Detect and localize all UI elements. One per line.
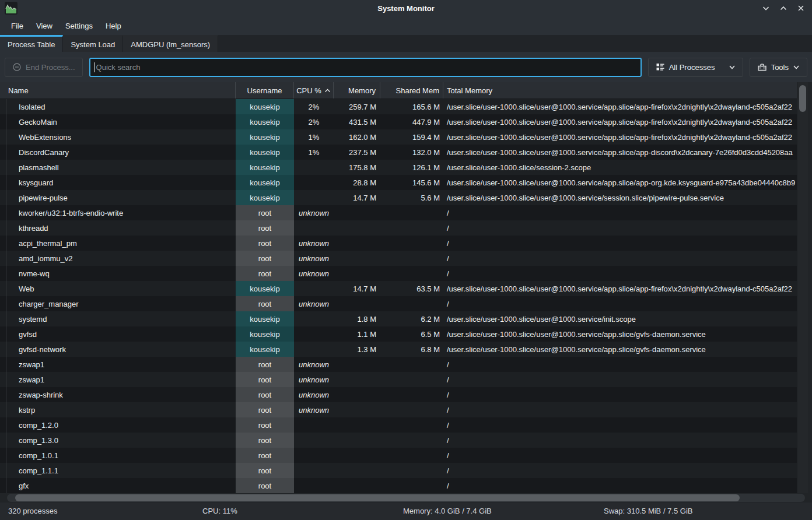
- process-row[interactable]: Web kousekip 14.7 M 63.5 M /user.slice/u…: [0, 281, 812, 296]
- process-shared-mem-cell: [380, 417, 443, 433]
- column-header-username[interactable]: Username: [236, 82, 294, 99]
- process-cpu-cell: 1%: [294, 129, 334, 145]
- process-memory-cell: [334, 357, 380, 372]
- process-row[interactable]: amd_iommu_v2 root unknown /: [0, 251, 812, 266]
- process-name-cell: ksysguard: [0, 175, 236, 190]
- process-row[interactable]: Isolated kousekip 2% 259.7 M 165.6 M /us…: [0, 99, 812, 114]
- process-row[interactable]: DiscordCanary kousekip 1% 237.5 M 132.0 …: [0, 145, 812, 160]
- process-row[interactable]: gfx root /: [0, 478, 812, 493]
- menu-item-view[interactable]: View: [30, 18, 59, 34]
- process-total-memory-cell: /: [443, 220, 812, 236]
- tree-indent-guide: [6, 99, 6, 493]
- process-memory-cell: 14.7 M: [334, 190, 380, 205]
- chevron-down-icon: [729, 64, 736, 71]
- horizontal-scrollbar-track[interactable]: [7, 494, 805, 502]
- column-header-memory[interactable]: Memory: [334, 82, 380, 99]
- process-rows: Isolated kousekip 2% 259.7 M 165.6 M /us…: [0, 99, 812, 493]
- process-shared-mem-cell: [380, 387, 443, 402]
- process-row[interactable]: comp_1.2.0 root /: [0, 417, 812, 433]
- process-name-cell: WebExtensions: [0, 129, 236, 145]
- process-username-cell: kousekip: [236, 129, 294, 145]
- process-row[interactable]: zswap-shrink root unknown /: [0, 387, 812, 402]
- process-username-cell: kousekip: [236, 190, 294, 205]
- process-total-memory-cell: /: [443, 478, 812, 493]
- process-row[interactable]: charger_manager root unknown /: [0, 296, 812, 311]
- process-filter-dropdown[interactable]: All Processes: [648, 58, 743, 77]
- close-icon[interactable]: [797, 4, 805, 12]
- process-name-cell: zswap1: [0, 357, 236, 372]
- menu-item-file[interactable]: File: [5, 18, 30, 34]
- process-cpu-cell: [294, 281, 334, 296]
- process-username-cell: root: [236, 478, 294, 493]
- column-header-shared-mem[interactable]: Shared Mem: [380, 82, 443, 99]
- process-total-memory-cell: /: [443, 417, 812, 433]
- tab-process-table[interactable]: Process Table: [0, 35, 63, 52]
- process-memory-cell: [334, 402, 380, 417]
- circle-minus-icon: [12, 62, 22, 72]
- tab-amdgpu-lm-sensors[interactable]: AMDGPU (lm_sensors): [123, 35, 218, 52]
- process-row[interactable]: comp_1.1.1 root /: [0, 463, 812, 478]
- tools-button[interactable]: Tools: [750, 58, 807, 77]
- process-username-cell: root: [236, 251, 294, 266]
- process-count: 320 processes: [8, 507, 58, 515]
- horizontal-scrollbar-thumb[interactable]: [15, 494, 740, 501]
- process-total-memory-cell: /: [443, 296, 812, 311]
- process-row[interactable]: comp_1.3.0 root /: [0, 433, 812, 448]
- process-row[interactable]: kworker/u32:1-btrfs-endio-write root unk…: [0, 205, 812, 220]
- process-cpu-cell: [294, 220, 334, 236]
- process-row[interactable]: zswap1 root unknown /: [0, 357, 812, 372]
- tools-label: Tools: [771, 63, 789, 72]
- process-username-cell: root: [236, 387, 294, 402]
- process-total-memory-cell: /user.slice/user-1000.slice/user@1000.se…: [443, 190, 812, 205]
- maximize-icon[interactable]: [779, 4, 788, 12]
- tab-system-load[interactable]: System Load: [63, 35, 123, 52]
- process-memory-cell: 14.7 M: [334, 281, 380, 296]
- process-row[interactable]: plasmashell kousekip 175.8 M 126.1 M /us…: [0, 160, 812, 175]
- process-row[interactable]: gvfsd-network kousekip 1.3 M 6.8 M /user…: [0, 342, 812, 357]
- memory-usage: Memory: 4.0 GiB / 7.4 GiB: [403, 507, 492, 515]
- process-row[interactable]: acpi_thermal_pm root unknown /: [0, 236, 812, 251]
- process-name-cell: plasmashell: [0, 160, 236, 175]
- column-header-name[interactable]: Name: [0, 82, 236, 99]
- process-shared-mem-cell: 6.8 M: [380, 342, 443, 357]
- search-input[interactable]: [89, 58, 642, 77]
- column-header-total-memory[interactable]: Total Memory: [443, 82, 812, 99]
- vertical-scrollbar[interactable]: [797, 82, 808, 493]
- column-header-cpu[interactable]: CPU %: [294, 82, 334, 99]
- process-cpu-cell: unknown: [294, 266, 334, 281]
- process-row[interactable]: kthreadd root /: [0, 220, 812, 236]
- horizontal-scrollbar[interactable]: [0, 493, 812, 503]
- process-row[interactable]: ksysguard kousekip 28.8 M 145.6 M /user.…: [0, 175, 812, 190]
- process-shared-mem-cell: [380, 220, 443, 236]
- process-name-cell: comp_1.3.0: [0, 433, 236, 448]
- process-row[interactable]: nvme-wq root unknown /: [0, 266, 812, 281]
- process-row[interactable]: kstrp root unknown /: [0, 402, 812, 417]
- vertical-scrollbar-thumb[interactable]: [799, 85, 806, 112]
- menu-item-help[interactable]: Help: [99, 18, 128, 34]
- end-process-button[interactable]: End Process...: [5, 58, 83, 77]
- process-row[interactable]: WebExtensions kousekip 1% 162.0 M 159.4 …: [0, 129, 812, 145]
- process-row[interactable]: comp_1.0.1 root /: [0, 448, 812, 463]
- process-cpu-cell: 2%: [294, 99, 334, 114]
- process-row[interactable]: pipewire-pulse kousekip 14.7 M 5.6 M /us…: [0, 190, 812, 205]
- process-memory-cell: 1.8 M: [334, 311, 380, 326]
- process-memory-cell: 431.5 M: [334, 114, 380, 129]
- process-cpu-cell: [294, 433, 334, 448]
- process-cpu-cell: [294, 160, 334, 175]
- process-name-cell: pipewire-pulse: [0, 190, 236, 205]
- process-shared-mem-cell: 6.5 M: [380, 326, 443, 342]
- process-total-memory-cell: /user.slice/user-1000.slice/user@1000.se…: [443, 342, 812, 357]
- process-row[interactable]: GeckoMain kousekip 2% 431.5 M 447.9 M /u…: [0, 114, 812, 129]
- process-memory-cell: 175.8 M: [334, 160, 380, 175]
- minimize-icon[interactable]: [762, 4, 770, 12]
- process-row[interactable]: gvfsd kousekip 1.1 M 6.5 M /user.slice/u…: [0, 326, 812, 342]
- process-cpu-cell: [294, 342, 334, 357]
- menubar: File View Settings Help: [0, 16, 812, 35]
- process-row[interactable]: zswap1 root unknown /: [0, 372, 812, 387]
- process-memory-cell: 1.1 M: [334, 326, 380, 342]
- menu-item-settings[interactable]: Settings: [59, 18, 99, 34]
- text-cursor: [94, 62, 94, 72]
- app-icon: [5, 2, 18, 15]
- process-row[interactable]: systemd kousekip 1.8 M 6.2 M /user.slice…: [0, 311, 812, 326]
- process-memory-cell: [334, 220, 380, 236]
